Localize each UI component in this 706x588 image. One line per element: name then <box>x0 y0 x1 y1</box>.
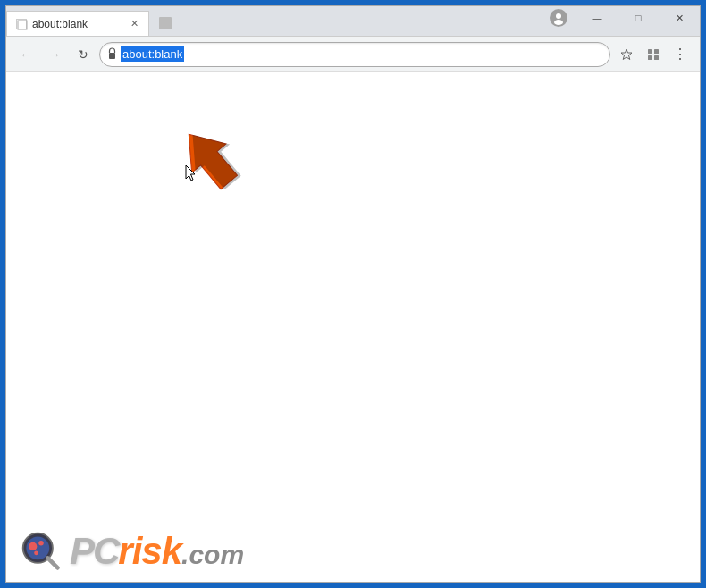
pc-text: PC <box>70 530 118 573</box>
pcrisk-logo <box>20 530 63 573</box>
svg-point-14 <box>29 542 37 550</box>
profile-icon[interactable] <box>550 9 567 27</box>
tabs-row: about:blank ✕ <box>6 5 180 36</box>
forward-button[interactable]: → <box>42 42 67 67</box>
svg-point-2 <box>556 13 561 19</box>
svg-rect-8 <box>648 55 652 60</box>
svg-point-15 <box>38 541 44 546</box>
title-bar: about:blank ✕ — □ ✕ <box>6 6 700 37</box>
profile-area[interactable] <box>542 6 575 29</box>
address-text[interactable]: about:blank <box>121 46 184 62</box>
com-text: .com <box>181 540 244 570</box>
maximize-button[interactable]: □ <box>618 6 659 29</box>
svg-point-3 <box>554 20 563 25</box>
close-button[interactable]: ✕ <box>659 6 700 29</box>
address-bar[interactable]: about:blank <box>99 42 610 67</box>
svg-rect-0 <box>18 21 27 29</box>
menu-button[interactable]: ⋮ <box>668 42 693 67</box>
mouse-cursor <box>185 164 196 181</box>
back-button[interactable]: ← <box>13 42 38 67</box>
toolbar-right-actions: ⋮ <box>614 42 693 67</box>
new-tab-button[interactable] <box>151 11 180 36</box>
bookmark-button[interactable] <box>614 42 639 67</box>
minimize-button[interactable]: — <box>576 6 618 29</box>
watermark: PC risk .com <box>20 530 244 573</box>
navigation-toolbar: ← → ↻ about:blank <box>6 37 700 72</box>
svg-line-17 <box>47 558 57 567</box>
svg-rect-1 <box>159 17 172 29</box>
svg-marker-11 <box>175 122 249 197</box>
svg-marker-5 <box>621 49 632 60</box>
refresh-button[interactable]: ↻ <box>71 42 96 67</box>
orange-arrow <box>172 122 252 202</box>
watermark-text-group: PC risk .com <box>70 530 244 573</box>
security-icon <box>107 47 117 61</box>
svg-point-16 <box>34 551 38 556</box>
svg-rect-7 <box>654 49 659 54</box>
svg-rect-9 <box>654 55 659 60</box>
svg-rect-6 <box>648 49 652 54</box>
content-area: PC risk .com <box>6 72 700 582</box>
tab-close-button[interactable]: ✕ <box>127 17 141 31</box>
extensions-button[interactable] <box>641 42 666 67</box>
risk-text: risk <box>118 530 181 573</box>
window-controls: — □ ✕ <box>576 6 700 29</box>
tab-label: about:blank <box>32 18 122 30</box>
browser-window: about:blank ✕ — □ ✕ <box>5 5 701 583</box>
svg-rect-4 <box>109 53 115 59</box>
active-tab[interactable]: about:blank ✕ <box>6 11 149 36</box>
tab-favicon <box>16 19 27 29</box>
new-tab-icon <box>157 15 173 31</box>
